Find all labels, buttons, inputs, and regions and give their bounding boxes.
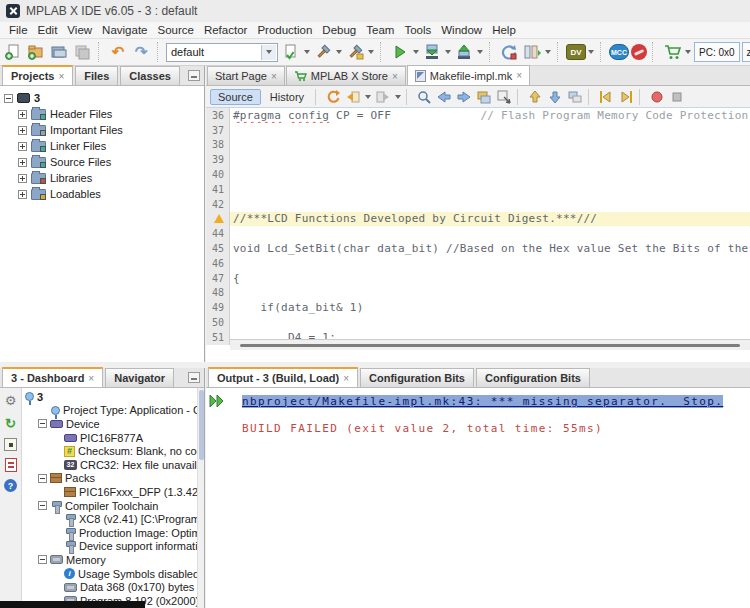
tree-item[interactable]: CRC32: Hex file unavailable — [22, 458, 204, 472]
output-console[interactable]: nbproject/Makefile-impl.mk:43: *** missi… — [206, 388, 750, 435]
code-line[interactable]: 39 — [206, 152, 750, 167]
run-dropdown-icon[interactable] — [413, 50, 419, 54]
tree-item[interactable]: Project Type: Application - Confi — [22, 404, 204, 418]
menu-source[interactable]: Source — [152, 23, 198, 37]
pdf-report-icon[interactable] — [5, 458, 17, 472]
save-all-button[interactable] — [71, 41, 93, 63]
close-icon[interactable] — [516, 70, 522, 81]
build-project-button[interactable] — [280, 41, 302, 63]
toggle-bookmark-button[interactable] — [566, 88, 584, 106]
menu-tools[interactable]: Tools — [399, 23, 436, 37]
menu-production[interactable]: Production — [252, 23, 317, 37]
output-line[interactable]: nbproject/Makefile-impl.mk:43: *** missi… — [220, 394, 750, 408]
last-edit-button[interactable] — [324, 88, 342, 106]
menu-view[interactable]: View — [62, 23, 97, 37]
tree-item-project-root[interactable]: 3 — [0, 90, 204, 106]
rerun-build-icon[interactable] — [209, 394, 225, 410]
code-line[interactable]: 50 — [206, 315, 750, 330]
tab-output-build-load[interactable]: Output - 3 (Build, Load) — [208, 367, 358, 387]
undo-button[interactable]: ↶ — [107, 41, 129, 63]
minimize-button[interactable] — [188, 372, 200, 383]
code-line[interactable]: 42 — [206, 197, 750, 212]
forward-dropdown-icon[interactable] — [395, 95, 401, 99]
program-dropdown-icon[interactable] — [368, 50, 374, 54]
refresh-icon[interactable]: ↻ — [3, 415, 19, 431]
menu-window[interactable]: Window — [436, 23, 487, 37]
code-editor[interactable]: 36#pragma config CP = OFF // Flash Progr… — [206, 108, 750, 350]
tree-item[interactable]: Checksum: Blank, no code lo — [22, 444, 204, 458]
find-button[interactable] — [415, 88, 433, 106]
code-line[interactable]: 38 — [206, 138, 750, 153]
vertical-scrollbar[interactable] — [197, 388, 204, 608]
project-properties-icon[interactable]: ⚙ — [3, 392, 19, 408]
source-view-button[interactable]: Source — [210, 89, 261, 105]
tab-classes[interactable]: Classes — [120, 66, 180, 85]
stop-macro-recording-button[interactable] — [668, 88, 686, 106]
menu-edit[interactable]: Edit — [33, 23, 63, 37]
select-in-projects-button[interactable] — [495, 88, 513, 106]
data-visualizer-button[interactable]: DV — [566, 44, 586, 60]
code-line[interactable]: 44 — [206, 226, 750, 241]
menu-team[interactable]: Team — [361, 23, 399, 37]
minimize-button[interactable] — [188, 70, 200, 81]
scrollbar-thumb[interactable] — [199, 390, 204, 460]
tree-item[interactable]: PIC16Fxxx_DFP (1.3.42) — [22, 485, 204, 499]
refresh-debug-tool-button[interactable] — [498, 41, 520, 63]
expand-icon[interactable] — [18, 110, 27, 119]
close-icon[interactable] — [271, 71, 277, 82]
new-file-button[interactable] — [2, 41, 24, 63]
tree-item[interactable]: Production Image: Optimizati — [22, 526, 204, 540]
collapse-icon[interactable] — [38, 474, 47, 483]
menu-refactor[interactable]: Refactor — [199, 23, 252, 37]
menu-navigate[interactable]: Navigate — [97, 23, 152, 37]
make-and-program-device-button[interactable] — [421, 41, 443, 63]
dv-dropdown-icon[interactable] — [588, 50, 594, 54]
tree-item[interactable]: Device — [22, 417, 204, 431]
read-device-memory-button[interactable] — [453, 41, 475, 63]
code-line[interactable]: //***LCD Functions Developed by Circuit … — [206, 212, 750, 227]
code-line[interactable]: 45void Lcd_SetBit(char data_bit) //Based… — [206, 241, 750, 256]
code-line[interactable]: 48 — [206, 286, 750, 301]
expand-icon[interactable] — [18, 158, 27, 167]
tab-makefile-impl[interactable]: Makefile-impl.mk — [407, 65, 530, 85]
tree-item[interactable]: Memory — [22, 553, 204, 567]
build-dropdown-icon[interactable] — [304, 50, 310, 54]
clean-build-button[interactable] — [312, 41, 334, 63]
tree-item[interactable]: 3 — [22, 390, 204, 404]
tree-item[interactable]: Header Files — [0, 106, 204, 122]
tree-item[interactable]: Linker Files — [0, 138, 204, 154]
program-device-button[interactable] — [344, 41, 366, 63]
code-line[interactable]: 41 — [206, 182, 750, 197]
history-view-button[interactable]: History — [263, 89, 311, 105]
redo-button[interactable]: ↷ — [130, 41, 152, 63]
output-line[interactable]: BUILD FAILED (exit value 2, total time: … — [220, 421, 750, 435]
compare-dropdown-icon[interactable] — [545, 50, 551, 54]
help-icon[interactable]: ? — [4, 479, 17, 492]
collapse-icon[interactable] — [4, 94, 13, 103]
read-memory-dropdown-icon[interactable] — [477, 50, 483, 54]
tree-item[interactable]: Loadables — [0, 186, 204, 202]
back-dropdown-icon[interactable] — [365, 95, 371, 99]
tree-item[interactable]: PIC16F877A — [22, 431, 204, 445]
tab-start-page[interactable]: Start Page — [207, 66, 285, 85]
store-dropdown-icon[interactable] — [685, 50, 691, 54]
close-icon[interactable] — [392, 71, 398, 82]
tree-item[interactable]: XC8 (v2.41) [C:\Program File — [22, 512, 204, 526]
tab-configuration-bits-2[interactable]: Configuration Bits — [476, 368, 590, 387]
previous-bookmark-button[interactable] — [526, 88, 544, 106]
tree-item[interactable]: Packs — [22, 472, 204, 486]
find-next-button[interactable] — [455, 88, 473, 106]
mplab-store-button[interactable] — [661, 41, 683, 63]
horizontal-scrollbar[interactable] — [230, 339, 750, 350]
menu-debug[interactable]: Debug — [317, 23, 361, 37]
next-bookmark-button[interactable] — [546, 88, 564, 106]
code-line[interactable]: 40 — [206, 167, 750, 182]
menu-file[interactable]: File — [4, 23, 33, 37]
tab-configuration-bits-1[interactable]: Configuration Bits — [360, 368, 474, 387]
expand-icon[interactable] — [18, 190, 27, 199]
tree-item[interactable]: Important Files — [0, 122, 204, 138]
collapse-icon[interactable] — [38, 501, 47, 510]
make-program-dropdown-icon[interactable] — [445, 50, 451, 54]
tab-mplab-x-store[interactable]: MPLAB X Store — [286, 66, 406, 85]
code-line[interactable]: 37 — [206, 123, 750, 138]
